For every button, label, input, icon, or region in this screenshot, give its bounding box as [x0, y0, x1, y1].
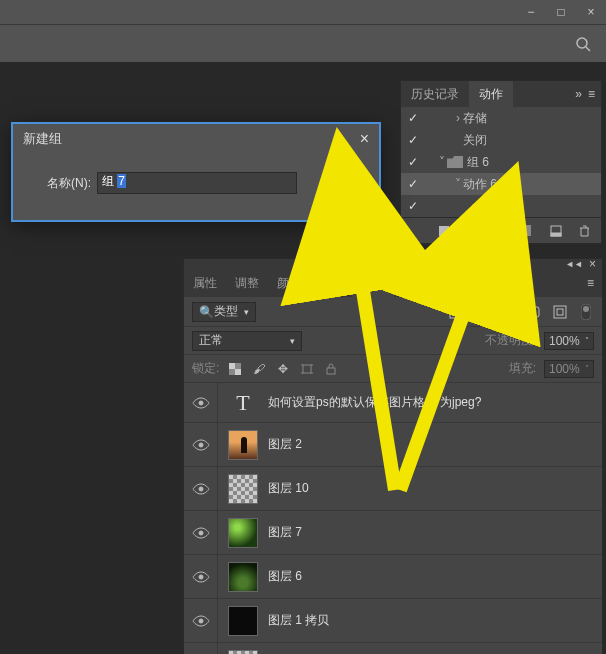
- layer-thumbnail[interactable]: [228, 474, 258, 504]
- twisty-icon[interactable]: ˅: [437, 155, 447, 169]
- filter-pixel-icon[interactable]: [448, 304, 464, 320]
- visibility-toggle[interactable]: [184, 467, 218, 510]
- tab-history[interactable]: 历史记录: [401, 81, 469, 107]
- lock-artboard-icon[interactable]: [299, 361, 315, 377]
- stop-icon[interactable]: [437, 224, 451, 238]
- folder-icon: [447, 156, 463, 168]
- actions-list: ✓›存储 ✓关闭 ✓˅组 6 ✓˅动作 6 ✓›存储: [401, 107, 601, 217]
- layer-row[interactable]: T 如何设置ps的默认保存图片格式 为jpeg?: [184, 383, 602, 423]
- twisty-icon[interactable]: ˅: [453, 177, 463, 191]
- action-row[interactable]: ✓˅动作 6: [401, 173, 601, 195]
- filter-toggle-icon[interactable]: [578, 304, 594, 320]
- check-icon[interactable]: ✓: [405, 177, 421, 191]
- panel-menu-icon[interactable]: ≡: [579, 276, 602, 290]
- fill-input[interactable]: 100%˅: [544, 360, 594, 378]
- visibility-toggle[interactable]: [184, 383, 218, 422]
- action-label: 动作 6: [463, 176, 497, 193]
- layer-name[interactable]: 图层 7: [268, 524, 302, 541]
- lock-position-icon[interactable]: ✥: [275, 361, 291, 377]
- layer-thumbnail[interactable]: [228, 650, 258, 655]
- panel-close-icon[interactable]: ×: [589, 257, 596, 271]
- blend-mode-dropdown[interactable]: 正常▾: [192, 331, 302, 351]
- layer-name[interactable]: 图层 2: [268, 436, 302, 453]
- minimize-button[interactable]: −: [516, 0, 546, 24]
- action-row[interactable]: ✓›存储: [401, 107, 601, 129]
- tab-paths[interactable]: 路径: [436, 269, 478, 297]
- tab-properties[interactable]: 属性: [184, 269, 226, 297]
- search-icon: [575, 36, 591, 52]
- panel-menu-icon[interactable]: ≡: [588, 87, 595, 101]
- tab-swatches[interactable]: 色板: [310, 269, 352, 297]
- layer-row[interactable]: 图层 2: [184, 423, 602, 467]
- tab-adjustments[interactable]: 调整: [226, 269, 268, 297]
- action-row[interactable]: ✓˅组 6: [401, 151, 601, 173]
- tab-color[interactable]: 颜色: [268, 269, 310, 297]
- trash-icon[interactable]: [577, 224, 591, 238]
- maximize-button[interactable]: □: [546, 0, 576, 24]
- filter-shape-icon[interactable]: [526, 304, 542, 320]
- filter-smart-icon[interactable]: [552, 304, 568, 320]
- action-label: 关闭: [463, 132, 487, 149]
- twisty-icon[interactable]: ›: [469, 199, 479, 213]
- lock-image-icon[interactable]: 🖌: [251, 361, 267, 377]
- close-button[interactable]: ×: [576, 0, 606, 24]
- panel-header: ◄◄ ×: [184, 259, 602, 269]
- svg-point-14: [583, 306, 589, 312]
- tab-layers[interactable]: 图层: [352, 269, 394, 297]
- layer-row[interactable]: 图层 1: [184, 643, 602, 654]
- visibility-toggle[interactable]: [184, 643, 218, 654]
- check-icon[interactable]: ✓: [405, 199, 421, 213]
- filter-adjustment-icon[interactable]: [474, 304, 490, 320]
- tab-channels[interactable]: 通道: [394, 269, 436, 297]
- dialog-titlebar[interactable]: 新建组 ×: [13, 124, 379, 154]
- check-icon[interactable]: ✓: [405, 111, 421, 125]
- layer-row[interactable]: 图层 6: [184, 555, 602, 599]
- svg-point-23: [199, 531, 203, 535]
- opacity-input[interactable]: 100%˅: [544, 332, 594, 350]
- search-button[interactable]: [568, 29, 598, 59]
- svg-point-24: [199, 575, 203, 579]
- layer-name[interactable]: 图层 1 拷贝: [268, 612, 329, 629]
- layer-name[interactable]: 如何设置ps的默认保存图片格式 为jpeg?: [268, 394, 481, 411]
- lock-all-icon[interactable]: [323, 361, 339, 377]
- check-icon[interactable]: ✓: [405, 133, 421, 147]
- layer-row[interactable]: 图层 7: [184, 511, 602, 555]
- dialog-close-button[interactable]: ×: [360, 130, 369, 148]
- layer-name[interactable]: 图层 10: [268, 480, 309, 497]
- twisty-icon[interactable]: ›: [453, 111, 463, 125]
- actions-panel-tabs: 历史记录 动作 » ≡: [401, 81, 601, 107]
- layer-thumbnail[interactable]: [228, 518, 258, 548]
- tab-actions[interactable]: 动作: [469, 81, 513, 107]
- lock-transparency-icon[interactable]: [227, 361, 243, 377]
- layer-thumbnail[interactable]: [228, 430, 258, 460]
- name-input[interactable]: 组 7: [97, 172, 297, 194]
- visibility-toggle[interactable]: [184, 423, 218, 466]
- svg-point-20: [199, 401, 203, 405]
- svg-rect-12: [557, 309, 563, 315]
- layer-thumbnail[interactable]: [228, 606, 258, 636]
- record-icon[interactable]: [465, 224, 479, 238]
- visibility-toggle[interactable]: [184, 555, 218, 598]
- action-row[interactable]: ✓›存储: [401, 195, 601, 217]
- svg-rect-11: [554, 306, 566, 318]
- layers-panel-tabs: 属性 调整 颜色 色板 图层 通道 路径 ≡: [184, 269, 602, 297]
- play-icon[interactable]: [493, 224, 507, 238]
- new-action-icon[interactable]: [549, 224, 563, 238]
- layer-thumbnail-text-icon: T: [228, 388, 258, 418]
- check-icon[interactable]: ✓: [405, 155, 421, 169]
- visibility-toggle[interactable]: [184, 599, 218, 642]
- filter-type-dropdown[interactable]: 🔍 类型▾: [192, 302, 256, 322]
- lock-label: 锁定:: [192, 360, 219, 377]
- panel-expand-icon[interactable]: »: [575, 87, 582, 101]
- layer-row[interactable]: 图层 10: [184, 467, 602, 511]
- ok-button[interactable]: 确定: [311, 204, 367, 230]
- visibility-toggle[interactable]: [184, 511, 218, 554]
- layer-name[interactable]: 图层 6: [268, 568, 302, 585]
- layer-row[interactable]: 图层 1 拷贝: [184, 599, 602, 643]
- layer-thumbnail[interactable]: [228, 562, 258, 592]
- lock-fill-row: 锁定: 🖌 ✥ 填充: 100%˅: [184, 355, 602, 383]
- action-row[interactable]: ✓关闭: [401, 129, 601, 151]
- new-folder-icon[interactable]: [521, 224, 535, 238]
- filter-type-icon[interactable]: T: [500, 304, 516, 320]
- collapse-icon[interactable]: ◄◄: [565, 259, 583, 269]
